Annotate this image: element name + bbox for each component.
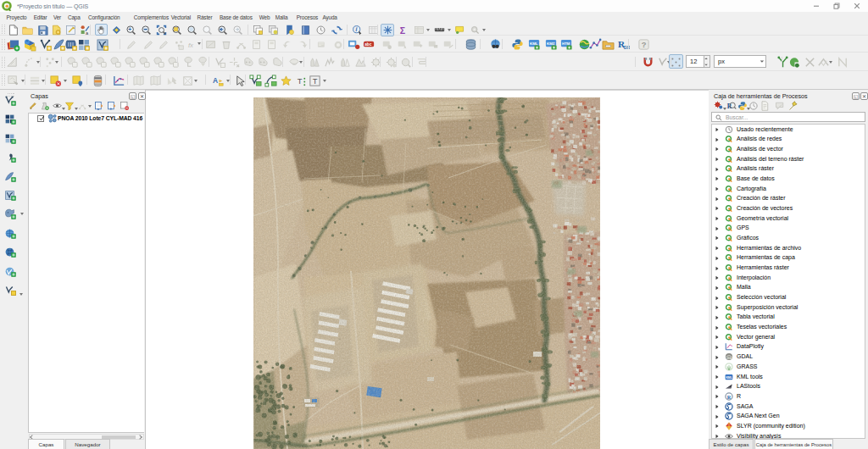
svg-text:HTM: HTM xyxy=(562,42,570,46)
svg-text:a: a xyxy=(86,30,89,36)
svg-text:A: A xyxy=(213,76,218,85)
svg-text:i: i xyxy=(356,26,358,32)
svg-text:+: + xyxy=(128,26,131,32)
svg-text:KML: KML xyxy=(530,42,538,46)
svg-text:abc: abc xyxy=(364,42,371,47)
svg-text:fx: fx xyxy=(188,42,194,49)
svg-text:KMZ: KMZ xyxy=(547,42,555,46)
svg-text:T: T xyxy=(313,77,318,86)
svg-text:R: R xyxy=(727,393,732,399)
svg-text:Σ: Σ xyxy=(400,25,406,36)
svg-text:GDAL: GDAL xyxy=(726,357,733,360)
svg-text:KML: KML xyxy=(726,375,732,379)
svg-text:?: ? xyxy=(642,41,647,49)
svg-text:T: T xyxy=(298,77,303,86)
